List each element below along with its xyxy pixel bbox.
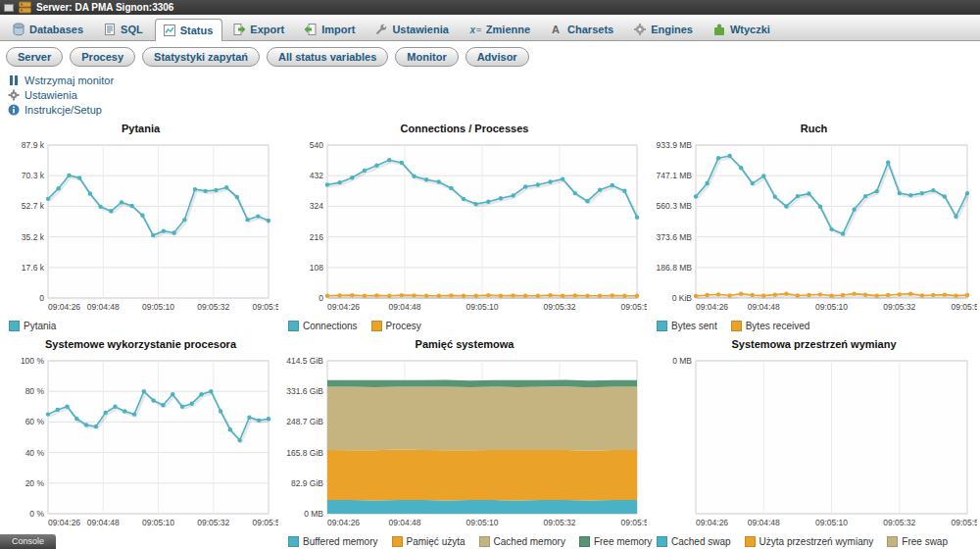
tab-label: Charsets — [567, 24, 613, 35]
action-label: Wstrzymaj monitor — [24, 75, 114, 86]
svg-text:x: x — [468, 25, 475, 35]
charts-grid: Pytania 87.9 k70.3 k52.7 k35.2 k17.6 k00… — [0, 120, 980, 547]
tab-export[interactable]: Export — [224, 18, 294, 40]
svg-text:09:04:48: 09:04:48 — [87, 518, 120, 527]
legend-label: Connections — [303, 321, 358, 331]
svg-text:09:05:54: 09:05:54 — [252, 518, 278, 527]
chart-legend: Cached swapUżyta przestrzeń wymianyFree … — [651, 536, 977, 547]
chart-panel-cpu: Systemowe wykorzystanie procesora 100 %8… — [3, 335, 278, 547]
chart-panel-traffic: Ruch 933.9 MB747.1 MB560.3 MB373.6 MB186… — [651, 120, 977, 331]
window-control-box[interactable] — [4, 4, 14, 12]
legend-swatch — [9, 321, 20, 331]
window-titlebar: Serwer: DA PMA Signon:3306 — [0, 0, 980, 15]
legend-label: Pamięć użyta — [407, 536, 466, 547]
server-icon — [19, 1, 31, 14]
tab-settings[interactable]: Ustawienia — [367, 18, 458, 40]
svg-text:09:04:26: 09:04:26 — [327, 518, 360, 527]
tab-label: SQL — [121, 24, 143, 35]
svg-text:=: = — [476, 25, 481, 35]
tab-label: Zmienne — [486, 24, 530, 35]
sql-icon — [103, 23, 117, 36]
svg-text:09:05:32: 09:05:32 — [883, 302, 915, 312]
legend-item: Cached memory — [479, 536, 565, 547]
connections-chart: 540432324216108009:04:2609:04:4809:05:10… — [282, 137, 647, 320]
svg-text:87.9 k: 87.9 k — [22, 140, 45, 150]
tab-label: Wtyczki — [730, 24, 770, 35]
pause-monitor-link[interactable]: Wstrzymaj monitor — [8, 75, 972, 86]
svg-text:09:05:32: 09:05:32 — [197, 302, 229, 312]
svg-text:09:05:54: 09:05:54 — [951, 302, 977, 312]
traffic-chart: 933.9 MB747.1 MB560.3 MB373.6 MB186.8 MB… — [651, 137, 977, 320]
chart-panel-connections: Connections / Processes 5404323242161080… — [282, 120, 647, 331]
subtab-server[interactable]: Server — [6, 47, 63, 67]
legend-item: Pamięć użyta — [392, 536, 466, 547]
tab-engines[interactable]: Engines — [625, 18, 703, 40]
svg-text:09:04:26: 09:04:26 — [327, 302, 360, 312]
subtab-advisor[interactable]: Advisor — [466, 47, 529, 67]
legend-swatch — [479, 536, 490, 547]
legend-item: Pytania — [9, 321, 56, 331]
subtab-processes[interactable]: Procesy — [70, 47, 135, 67]
svg-text:35.2 k: 35.2 k — [22, 232, 45, 242]
svg-text:09:04:26: 09:04:26 — [48, 518, 80, 527]
status-icon — [163, 24, 176, 37]
subtab-monitor[interactable]: Monitor — [395, 47, 458, 67]
pause-icon — [8, 75, 20, 86]
subtab-all-status-variables[interactable]: All status variables — [267, 47, 388, 67]
svg-text:747.1 MB: 747.1 MB — [657, 171, 693, 180]
svg-text:09:05:32: 09:05:32 — [883, 518, 915, 527]
svg-text:216: 216 — [310, 232, 323, 242]
tab-variables[interactable]: x = Zmienne — [461, 18, 540, 40]
legend-swatch — [731, 321, 742, 331]
questions-chart: 87.9 k70.3 k52.7 k35.2 k17.6 k009:04:260… — [3, 137, 278, 320]
console-tab[interactable]: Console — [0, 534, 56, 549]
svg-text:100 %: 100 % — [21, 356, 45, 366]
legend-item: Cached swap — [657, 536, 731, 547]
tab-charsets[interactable]: A Charsets — [542, 18, 623, 40]
chart-title: Pytania — [3, 120, 278, 137]
wrench-icon — [374, 23, 388, 36]
legend-label: Pytania — [24, 321, 56, 331]
tab-databases[interactable]: Databases — [4, 18, 93, 40]
tab-import[interactable]: Import — [296, 18, 365, 40]
legend-item: Buffered memory — [288, 536, 378, 547]
svg-text:0 %: 0 % — [29, 509, 44, 519]
svg-text:09:05:54: 09:05:54 — [252, 302, 278, 312]
svg-text:432: 432 — [310, 171, 323, 180]
tab-sql[interactable]: SQL — [95, 18, 153, 40]
svg-text:09:04:48: 09:04:48 — [87, 302, 120, 312]
svg-text:933.9 MB: 933.9 MB — [657, 140, 693, 150]
legend-swatch — [288, 321, 299, 331]
tab-status[interactable]: Status — [155, 19, 223, 41]
chart-title: Pamięć systemowa — [282, 335, 647, 353]
chart-panel-questions: Pytania 87.9 k70.3 k52.7 k35.2 k17.6 k00… — [3, 120, 278, 331]
plugins-icon — [712, 23, 726, 36]
svg-text:17.6 k: 17.6 k — [22, 263, 45, 273]
instructions-setup-link[interactable]: Instrukcje/Setup — [8, 104, 972, 116]
svg-text:248.7 GiB: 248.7 GiB — [286, 417, 323, 426]
svg-text:70.3 k: 70.3 k — [22, 171, 45, 180]
databases-icon — [12, 23, 25, 36]
export-icon — [232, 23, 246, 36]
svg-text:0: 0 — [39, 293, 44, 303]
legend-label: Bytes received — [746, 321, 810, 331]
subtab-query-statistics[interactable]: Statystyki zapytań — [142, 47, 260, 67]
monitor-settings-link[interactable]: Ustawienia — [8, 89, 972, 101]
svg-text:09:04:48: 09:04:48 — [388, 518, 420, 527]
svg-text:560.3 MB: 560.3 MB — [657, 201, 693, 211]
chart-panel-memory: Pamięć systemowa 414.5 GiB331.6 GiB248.7… — [282, 335, 647, 547]
tab-plugins[interactable]: Wtyczki — [705, 18, 780, 40]
svg-text:09:04:26: 09:04:26 — [696, 302, 728, 312]
svg-text:09:05:32: 09:05:32 — [543, 518, 575, 527]
legend-swatch — [288, 536, 299, 547]
chart-title: Systemowe wykorzystanie procesora — [3, 335, 278, 353]
monitor-actions: Wstrzymaj monitor Ustawienia Instrukcje/… — [0, 69, 980, 118]
legend-item: Procesy — [371, 321, 421, 331]
chart-legend: Buffered memoryPamięć użytaCached memory… — [282, 536, 647, 547]
variables-icon: x = — [468, 23, 482, 36]
svg-text:09:05:10: 09:05:10 — [142, 302, 174, 312]
info-icon — [8, 104, 20, 116]
legend-item: Bytes received — [731, 321, 810, 331]
chart-title: Connections / Processes — [282, 120, 647, 137]
legend-item: Bytes sent — [657, 321, 717, 331]
